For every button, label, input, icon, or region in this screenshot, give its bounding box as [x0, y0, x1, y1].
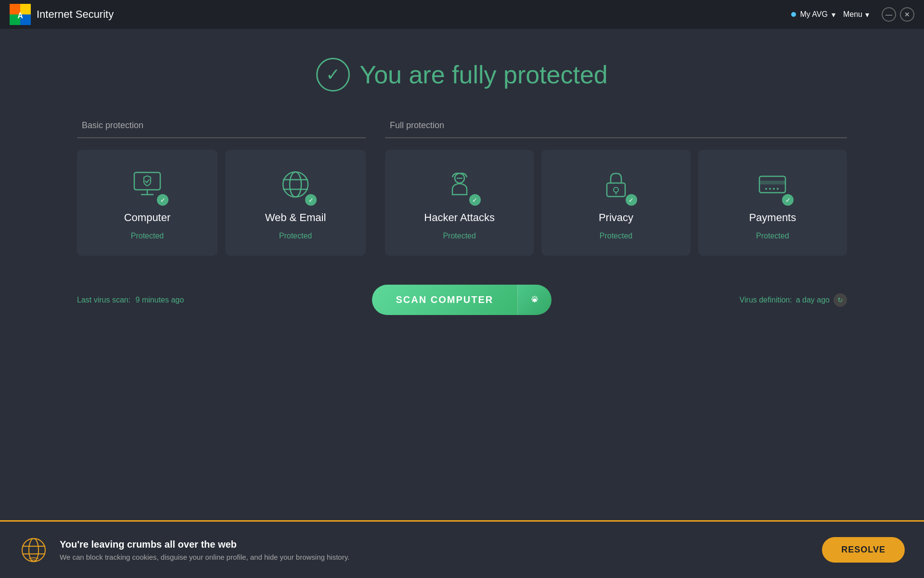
payments-check-icon: ✓ [782, 194, 794, 206]
banner-title: You're leaving crumbs all over the web [60, 539, 349, 550]
computer-card-title: Computer [124, 211, 171, 224]
svg-point-19 [765, 188, 767, 190]
svg-rect-5 [134, 172, 160, 190]
svg-point-22 [777, 188, 779, 190]
status-headline: You are fully protected [359, 60, 608, 89]
refresh-icon: ↻ [837, 296, 843, 304]
scan-button-group: SCAN COMPUTER [372, 285, 552, 315]
web-email-card-title: Web & Email [265, 211, 326, 224]
virus-def-label: Virus definition: [740, 296, 792, 304]
banner-description: We can block tracking cookies, disguise … [60, 553, 349, 561]
categories-wrapper: Basic protection ✓ [77, 120, 847, 256]
web-email-card[interactable]: ✓ Web & Email Protected [225, 150, 366, 256]
payments-card[interactable]: ✓ Payments Protected [698, 150, 847, 256]
titlebar-left: A Internet Security [10, 4, 114, 25]
privacy-card-status: Protected [600, 232, 632, 240]
hacker-card-status: Protected [443, 232, 475, 240]
close-button[interactable]: ✕ [900, 7, 914, 22]
hacker-card-title: Hacker Attacks [424, 211, 495, 224]
svg-point-9 [290, 172, 301, 197]
scan-computer-button[interactable]: SCAN COMPUTER [372, 285, 518, 315]
hacker-icon-wrapper: ✓ [440, 165, 479, 204]
resolve-button[interactable]: RESOLVE [822, 537, 905, 563]
banner-text: You're leaving crumbs all over the web W… [60, 539, 349, 561]
svg-point-24 [22, 539, 45, 562]
bottom-banner: You're leaving crumbs all over the web W… [0, 520, 924, 578]
basic-section-label: Basic protection [77, 120, 143, 131]
myavg-chevron-icon: ▾ [832, 10, 835, 19]
minimize-icon: — [886, 11, 892, 18]
hacker-attacks-card[interactable]: ✓ Hacker Attacks Protected [385, 150, 534, 256]
payments-card-status: Protected [756, 232, 789, 240]
web-email-check-icon: ✓ [305, 194, 317, 206]
full-cards-row: ✓ Hacker Attacks Protected [385, 150, 847, 256]
computer-card-status: Protected [131, 232, 164, 240]
app-title: Internet Security [37, 8, 114, 21]
status-checkmark-icon: ✓ [326, 65, 340, 85]
banner-icon [19, 536, 48, 565]
computer-icon-wrapper: ✓ [128, 165, 167, 204]
computer-card[interactable]: ✓ Computer Protected [77, 150, 218, 256]
menu-button[interactable]: Menu ▾ [843, 10, 869, 19]
scan-settings-button[interactable] [517, 285, 552, 315]
svg-point-20 [769, 188, 771, 190]
virus-def-value: a day ago [796, 296, 830, 304]
computer-check-icon: ✓ [157, 194, 168, 206]
basic-protection-section: Basic protection ✓ [77, 120, 366, 256]
privacy-card-title: Privacy [599, 211, 633, 224]
titlebar: A Internet Security My AVG ▾ Menu ▾ — ✕ [0, 0, 924, 29]
banner-content: You're leaving crumbs all over the web W… [19, 536, 349, 565]
web-email-card-status: Protected [279, 232, 312, 240]
myavg-button[interactable]: My AVG ▾ [791, 10, 835, 19]
main-content: ✓ You are fully protected Basic protecti… [0, 29, 924, 334]
hacker-check-icon: ✓ [469, 194, 481, 206]
close-icon: ✕ [904, 11, 910, 18]
web-email-icon-wrapper: ✓ [276, 165, 315, 204]
full-section-label: Full protection [385, 120, 444, 131]
status-circle: ✓ [316, 58, 350, 92]
myavg-label: My AVG [800, 10, 828, 19]
gear-icon [529, 295, 540, 305]
last-scan-label: Last virus scan: [77, 296, 130, 304]
menu-chevron-icon: ▾ [865, 10, 869, 19]
titlebar-right: My AVG ▾ Menu ▾ — ✕ [791, 7, 914, 22]
virus-definition: Virus definition: a day ago ↻ [740, 293, 847, 307]
svg-text:A: A [17, 12, 23, 20]
privacy-card[interactable]: ✓ Privacy Protected [541, 150, 690, 256]
scan-info: Last virus scan: 9 minutes ago [77, 296, 184, 304]
payments-card-title: Payments [749, 211, 796, 224]
globe-fingerprint-icon [19, 536, 48, 565]
svg-point-21 [773, 188, 775, 190]
privacy-check-icon: ✓ [626, 194, 637, 206]
basic-section-divider [77, 137, 366, 138]
protection-status: ✓ You are fully protected [316, 58, 608, 92]
svg-point-15 [614, 187, 618, 192]
avg-logo-icon: A [10, 4, 31, 25]
basic-cards-row: ✓ Computer Protected ✓ [77, 150, 366, 256]
svg-point-8 [283, 172, 308, 197]
menu-label: Menu [843, 10, 862, 19]
payments-icon-wrapper: ✓ [753, 165, 792, 204]
action-bar: Last virus scan: 9 minutes ago SCAN COMP… [77, 285, 847, 315]
myavg-status-dot [791, 12, 796, 17]
full-section-divider [385, 137, 847, 138]
minimize-button[interactable]: — [882, 7, 896, 22]
full-protection-section: Full protection [385, 120, 847, 256]
window-controls: — ✕ [882, 7, 914, 22]
svg-rect-18 [759, 181, 785, 184]
privacy-icon-wrapper: ✓ [597, 165, 635, 204]
refresh-button[interactable]: ↻ [834, 293, 847, 307]
last-scan-value: 9 minutes ago [136, 296, 184, 304]
